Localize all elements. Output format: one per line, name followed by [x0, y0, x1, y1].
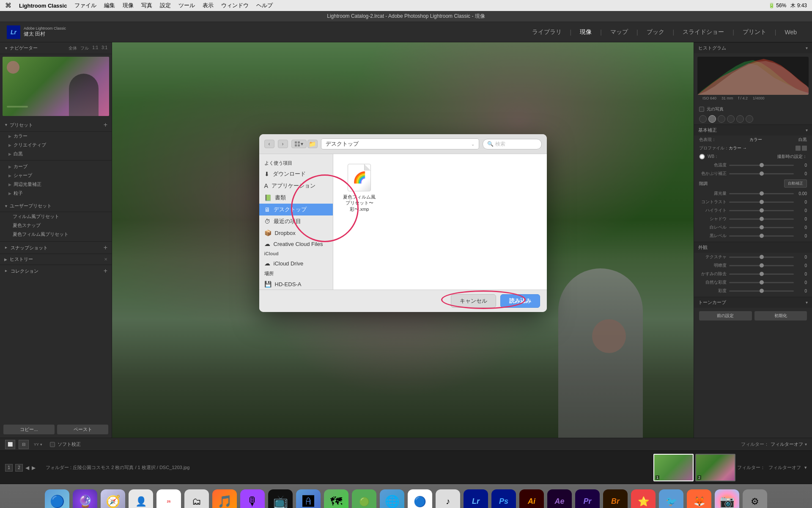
color-value[interactable]: カラー	[749, 137, 762, 143]
user-preset-film[interactable]: フィルム風プリセット	[0, 212, 112, 221]
temp-slider[interactable]	[729, 165, 794, 166]
dock-finder[interactable]: 🔵	[45, 489, 69, 508]
vibrance-thumb[interactable]	[760, 280, 764, 284]
exposure-slider[interactable]	[729, 193, 794, 194]
preset-color[interactable]: ▶ カラー	[0, 132, 112, 141]
filter-dropdown[interactable]: ▾	[804, 465, 807, 470]
menu-settings[interactable]: 設定	[160, 2, 171, 9]
snapshots-toggle[interactable]: ▼ スナップショット +	[0, 241, 112, 254]
black-slider[interactable]	[729, 235, 794, 237]
menu-develop[interactable]: 現像	[123, 2, 134, 9]
dock-finder2[interactable]: 🗂	[184, 489, 209, 508]
toolbar-single-view[interactable]: ⬜	[5, 440, 15, 449]
dialog-forward-btn[interactable]: ›	[278, 140, 288, 148]
dehaze-slider[interactable]	[729, 273, 794, 275]
preset-curve[interactable]: ▶ カーブ	[0, 162, 112, 171]
app-name[interactable]: Lightroom Classic	[19, 3, 67, 9]
nav-print[interactable]: プリント	[743, 28, 766, 36]
radio-btn-2[interactable]	[708, 115, 716, 123]
sidebar-recents[interactable]: ⏱ 最近の項目	[259, 215, 333, 227]
add-snapshot-btn[interactable]: +	[104, 244, 107, 251]
dock-safari[interactable]: 🧭	[101, 489, 125, 508]
soft-proof-checkbox[interactable]	[50, 442, 55, 447]
nav-library[interactable]: ライブラリ	[532, 28, 562, 36]
dock-aftereffects[interactable]: Ae	[547, 489, 572, 508]
menu-window[interactable]: ウィンドウ	[221, 2, 249, 9]
dock-calendar[interactable]: 26	[156, 489, 181, 508]
radio-btn-1[interactable]	[699, 115, 707, 123]
wb-value[interactable]: 撮影時の設定：	[777, 154, 807, 160]
import-button[interactable]: 読み込み	[500, 294, 540, 308]
history-clear[interactable]: ✕	[104, 257, 107, 262]
add-preset-btn[interactable]: +	[104, 121, 107, 129]
clarity-slider[interactable]	[729, 265, 794, 266]
page-2-btn[interactable]: 2	[15, 464, 23, 472]
film-thumb-1[interactable]: 1	[653, 454, 694, 481]
nav-next-btn[interactable]: ▶	[32, 465, 36, 471]
view-full[interactable]: 全体	[69, 45, 77, 51]
tint-slider[interactable]	[729, 173, 794, 174]
copy-btn[interactable]: コピー...	[3, 425, 55, 434]
film-thumb-2[interactable]: 2	[695, 454, 735, 481]
sidebar-dropbox[interactable]: 📦 Dropbox	[259, 227, 333, 238]
filter-arrow[interactable]: ▾	[805, 442, 807, 447]
sidebar-applications[interactable]: A アプリケーション	[259, 180, 333, 192]
preset-grain[interactable]: ▶ 粒子	[0, 189, 112, 198]
dock-sysprefs[interactable]: ⚙	[743, 489, 767, 508]
dock-appstore[interactable]: 🅰	[296, 489, 321, 508]
paste-btn[interactable]: ペースト	[57, 425, 108, 434]
user-preset-summer[interactable]: 夏色スナップ	[0, 221, 112, 230]
highlight-thumb[interactable]	[760, 208, 764, 213]
dock-premiere[interactable]: Pr	[575, 489, 600, 508]
dock-bridge[interactable]: Br	[603, 489, 628, 508]
dock-illustrator[interactable]: Ai	[519, 489, 544, 508]
menu-edit[interactable]: 編集	[104, 2, 115, 9]
auto-adjust-btn[interactable]: 自動補正	[784, 179, 807, 188]
tone-curve-header[interactable]: トーンカーブ ▾	[694, 297, 812, 308]
black-thumb[interactable]	[760, 234, 764, 238]
dock-photos[interactable]: 📷	[715, 489, 739, 508]
preset-creative[interactable]: ▶ クリエイティブ	[0, 141, 112, 149]
highlight-slider[interactable]	[729, 210, 794, 211]
radio-btn-5[interactable]	[736, 115, 744, 123]
source-photo-checkbox[interactable]	[699, 107, 704, 112]
collection-toggle[interactable]: ▼ コレクション +	[0, 265, 112, 277]
view-fit[interactable]: フル	[80, 45, 89, 51]
saturation-slider[interactable]	[729, 290, 794, 292]
toolbar-compare-view[interactable]: ⊟	[19, 440, 29, 449]
profile-view-btn-2[interactable]	[802, 146, 807, 151]
contrast-slider[interactable]	[729, 202, 794, 203]
dock-firefox[interactable]: 🦊	[687, 489, 711, 508]
wb-picker[interactable]	[699, 154, 705, 160]
exposure-thumb[interactable]	[760, 191, 764, 196]
dock-photoshop[interactable]: Ps	[491, 489, 516, 508]
nav-slideshow[interactable]: スライドショー	[683, 28, 724, 36]
nav-book[interactable]: ブック	[647, 28, 664, 36]
dock-contacts[interactable]: 👤	[129, 489, 153, 508]
user-preset-summer-film[interactable]: 夏色フィルム風プリセット	[0, 230, 112, 239]
nav-develop[interactable]: 現像	[580, 28, 592, 36]
filter-value[interactable]: フィルターオフ	[771, 441, 803, 447]
user-presets-label[interactable]: ユーザープリセット	[10, 203, 52, 209]
dock-appletv[interactable]: 📺	[268, 489, 293, 508]
dock-podcasts[interactable]: 🎙	[240, 489, 265, 508]
apple-menu[interactable]: ⌘	[5, 2, 11, 9]
dialog-folder-btn[interactable]: 📁	[307, 140, 318, 148]
nav-prev-btn[interactable]: ◀	[25, 465, 29, 471]
dock-music[interactable]: 🎵	[212, 489, 237, 508]
dock-siri[interactable]: 🔮	[73, 489, 97, 508]
filter-off-value[interactable]: フィルターオフ	[768, 464, 801, 471]
radio-btn-3[interactable]	[718, 115, 725, 123]
nav-map[interactable]: マップ	[610, 28, 628, 36]
white-thumb[interactable]	[760, 225, 764, 229]
dialog-search[interactable]: 🔍 検索	[483, 139, 542, 149]
dock-music2[interactable]: ♪	[436, 489, 460, 508]
dock-lightroom[interactable]: Lr	[464, 489, 488, 508]
sidebar-hd-eds[interactable]: 💾 HD-EDS-A	[259, 279, 333, 290]
presets-label[interactable]: プリセット	[10, 122, 33, 128]
sidebar-documents[interactable]: 📗 書類	[259, 192, 333, 204]
menu-file[interactable]: ファイル	[74, 2, 96, 9]
sidebar-creative-cloud[interactable]: ☁ Creative Cloud Files	[259, 238, 333, 249]
view-3-1[interactable]: 3:1	[102, 45, 107, 51]
preset-sharp[interactable]: ▶ シャープ	[0, 171, 112, 180]
